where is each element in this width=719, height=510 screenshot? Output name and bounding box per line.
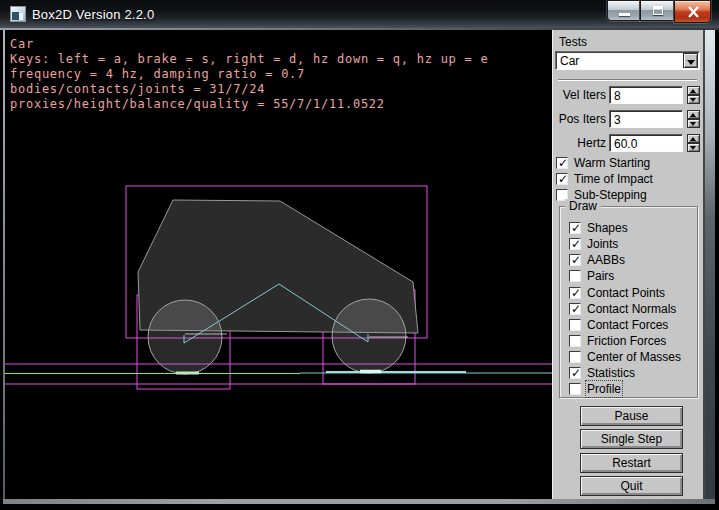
control-panel: Tests Car Vel Iters 8 Pos Iters 3 [552, 30, 705, 499]
checkbox-box[interactable] [569, 351, 581, 363]
left-wheel [148, 300, 222, 374]
triangle-up-icon [690, 113, 696, 117]
spinner-up-button[interactable] [687, 86, 700, 95]
spinner-up-button[interactable] [687, 110, 700, 119]
close-button[interactable] [674, 0, 711, 23]
proxies-line: proxies/height/balance/quality = 55/7/1/… [10, 97, 488, 112]
frame-right [705, 30, 715, 499]
spinner-up-button[interactable] [687, 134, 700, 143]
checkbox-label: Contact Points [587, 286, 665, 300]
pos-iters-label: Pos Iters [553, 112, 606, 126]
tests-dropdown[interactable]: Car [555, 51, 700, 70]
app-icon [10, 6, 26, 22]
test-title: Car [10, 37, 488, 52]
checkbox-label: Time of Impact [574, 172, 653, 186]
frequency-line: frequency = 4 hz, damping ratio = 0.7 [10, 67, 488, 82]
checkbox-label: AABBs [587, 253, 625, 267]
checkbox-pairs[interactable]: Pairs [569, 269, 614, 283]
check-icon: ✓ [558, 172, 568, 186]
checkbox-label: Joints [587, 237, 618, 251]
tests-label: Tests [559, 35, 587, 49]
maximize-icon [653, 6, 663, 15]
close-icon [687, 6, 700, 18]
checkbox-box[interactable]: ✓ [556, 157, 568, 169]
checkbox-profile[interactable]: Profile [569, 382, 621, 396]
checkbox-aabbs[interactable]: ✓ AABBs [569, 253, 625, 267]
vel-iters-input[interactable]: 8 [609, 86, 683, 104]
spinner-down-button[interactable] [687, 95, 700, 104]
checkbox-warm-starting[interactable]: ✓ Warm Starting [556, 156, 650, 170]
hertz-input[interactable]: 60.0 [609, 134, 683, 152]
checkbox-label: Warm Starting [574, 156, 650, 170]
keys-help-line: Keys: left = a, brake = s, right = d, hz… [10, 52, 488, 67]
checkbox-label: Contact Normals [587, 302, 676, 316]
tests-dropdown-value: Car [560, 54, 579, 68]
check-icon: ✓ [571, 253, 581, 267]
triangle-down-icon [690, 98, 696, 102]
checkbox-box[interactable] [569, 270, 581, 282]
checkbox-box[interactable]: ✓ [569, 303, 581, 315]
checkbox-box[interactable] [569, 319, 581, 331]
checkbox-label: Friction Forces [587, 334, 666, 348]
checkbox-box[interactable]: ✓ [569, 254, 581, 266]
draw-group-label: Draw [565, 199, 601, 213]
checkbox-shapes[interactable]: ✓ Shapes [569, 221, 628, 235]
pos-iters-row: Pos Iters 3 [553, 110, 702, 128]
restart-button[interactable]: Restart [580, 453, 683, 473]
single-step-button[interactable]: Single Step [580, 429, 683, 449]
checkbox-label: Profile [587, 382, 621, 396]
triangle-down-icon [690, 146, 696, 150]
hertz-label: Hertz [553, 136, 606, 150]
maximize-button[interactable] [640, 0, 674, 21]
checkbox-box[interactable]: ✓ [569, 238, 581, 250]
checkbox-box[interactable]: ✓ [569, 287, 581, 299]
triangle-down-icon [690, 122, 696, 126]
window-title: Box2D Version 2.2.0 [32, 7, 154, 22]
checkbox-box[interactable] [569, 335, 581, 347]
check-icon: ✓ [571, 237, 581, 251]
checkbox-joints[interactable]: ✓ Joints [569, 237, 618, 251]
vel-iters-spinner [687, 86, 700, 104]
right-wheel [332, 299, 406, 373]
box2d-window: Box2D Version 2.2.0 [0, 0, 719, 510]
checkbox-label: Statistics [587, 366, 635, 380]
pos-iters-spinner [687, 110, 700, 128]
check-icon: ✓ [558, 156, 568, 170]
hertz-spinner [687, 134, 700, 152]
tests-dropdown-button[interactable] [683, 53, 698, 68]
chevron-down-icon [687, 60, 695, 65]
checkbox-contact-normals[interactable]: ✓ Contact Normals [569, 302, 676, 316]
draw-groupbox: Draw ✓ Shapes ✓ Joints ✓ AABBs Pairs [559, 206, 698, 398]
content-area: Car Keys: left = a, brake = s, right = d… [5, 30, 705, 499]
triangle-up-icon [690, 89, 696, 93]
pos-iters-input[interactable]: 3 [609, 110, 683, 128]
checkbox-friction-forces[interactable]: Friction Forces [569, 334, 666, 348]
checkbox-contact-points[interactable]: ✓ Contact Points [569, 286, 665, 300]
check-icon: ✓ [571, 221, 581, 235]
checkbox-box[interactable]: ✓ [569, 222, 581, 234]
quit-button[interactable]: Quit [580, 476, 683, 496]
spinner-down-button[interactable] [687, 119, 700, 128]
spinner-down-button[interactable] [687, 143, 700, 152]
checkbox-label: Pairs [587, 269, 614, 283]
checkbox-time-of-impact[interactable]: ✓ Time of Impact [556, 172, 653, 186]
checkbox-box[interactable]: ✓ [569, 367, 581, 379]
frame-bottom [3, 499, 715, 504]
titlebar[interactable]: Box2D Version 2.2.0 [0, 0, 719, 28]
checkbox-label: Center of Masses [587, 350, 681, 364]
checkbox-box[interactable] [569, 383, 581, 395]
checkbox-center-of-masses[interactable]: Center of Masses [569, 350, 681, 364]
checkbox-label: Shapes [587, 221, 628, 235]
hertz-row: Hertz 60.0 [553, 134, 702, 152]
bodies-line: bodies/contacts/joints = 31/7/24 [10, 82, 488, 97]
minimize-button[interactable] [607, 0, 640, 21]
minimize-icon [619, 13, 630, 16]
checkbox-statistics[interactable]: ✓ Statistics [569, 366, 635, 380]
check-icon: ✓ [571, 286, 581, 300]
vel-iters-row: Vel Iters 8 [553, 86, 702, 104]
pause-button[interactable]: Pause [580, 406, 683, 426]
checkbox-box[interactable]: ✓ [556, 173, 568, 185]
checkbox-contact-forces[interactable]: Contact Forces [569, 318, 668, 332]
check-icon: ✓ [571, 302, 581, 316]
vel-iters-label: Vel Iters [553, 88, 606, 102]
